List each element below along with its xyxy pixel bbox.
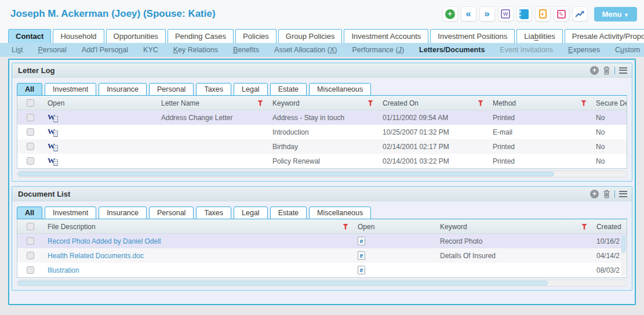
file-description-link[interactable]: Illustration (48, 263, 79, 277)
row-checkbox[interactable] (27, 252, 34, 259)
document-list-hscrollbar[interactable] (17, 280, 627, 287)
document-list-filter-tab-taxes[interactable]: Taxes (196, 207, 231, 219)
html-doc-icon[interactable]: e (358, 266, 365, 274)
main-tab-pending-cases[interactable]: Pending Cases (168, 29, 234, 43)
word-doc-icon[interactable]: W (48, 142, 58, 151)
document-row[interactable]: Health Related Documents.doceDetails Of … (17, 248, 627, 263)
document-list-filter-tab-all[interactable]: All (17, 207, 42, 219)
next-button[interactable]: » (479, 6, 495, 21)
letter-log-hscroll-thumb[interactable] (18, 172, 554, 176)
document-list-vscrollbar[interactable] (621, 235, 626, 276)
compose-button[interactable]: ✎ (554, 6, 569, 21)
main-tab-contact[interactable]: Contact (8, 29, 51, 43)
letter-row[interactable]: WIntroduction10/25/2007 01:32 PME-mailNo (17, 125, 627, 139)
letter-log-filter-tab-taxes[interactable]: Taxes (196, 83, 231, 96)
delete-document-icon[interactable] (603, 190, 610, 198)
row-checkbox[interactable] (27, 143, 34, 150)
subnav-item-event-invitations[interactable]: Event Invitations (500, 46, 553, 54)
add-letter-icon[interactable]: + (590, 66, 599, 75)
document-list-col-created: Created (592, 219, 627, 234)
main-tab-presale-activity-proposals[interactable]: Presale Activity/Proposals (565, 29, 644, 43)
row-checkbox[interactable] (27, 128, 34, 136)
document-list-filter-tab-miscellaneous[interactable]: Miscellaneous (309, 207, 371, 219)
subnav-item--e-xpenses[interactable]: Expenses (568, 46, 600, 54)
document-list-col-keyword: Keyword (435, 219, 592, 234)
open-cell: W (43, 110, 157, 125)
letter-row[interactable]: WPolicy Renewal02/14/2001 03:22 PMPrinte… (17, 154, 627, 168)
letter-row[interactable]: WBirthday02/14/2001 02:17 PMPrintedNo (17, 139, 627, 154)
document-list-hscroll-thumb[interactable] (18, 281, 548, 285)
letter-log-filter-tab-all[interactable]: All (17, 83, 42, 96)
document-list-filter-tab-legal[interactable]: Legal (234, 207, 268, 219)
subnav-item-add-l-perso-n-al[interactable]: Add'l Personal (82, 46, 128, 54)
filter-icon[interactable] (581, 100, 587, 106)
subnav-item--b-enefits[interactable]: Benefits (233, 46, 259, 54)
file-description-link[interactable]: Record Photo Added by Daniel Odell (48, 234, 161, 248)
file-description-link[interactable]: Health Related Documents.doc (48, 249, 144, 263)
word-letter-button[interactable]: W (498, 6, 514, 21)
add-button[interactable]: + (442, 6, 458, 21)
subnav-item-letters-documents[interactable]: Letters/Documents (419, 46, 485, 54)
html-doc-icon[interactable]: e (358, 237, 365, 245)
letter-log-filter-tab-miscellaneous[interactable]: Miscellaneous (309, 83, 371, 96)
subnav-item--k-ey-relations[interactable]: Key Relations (173, 46, 218, 54)
document-list-filter-tab-estate[interactable]: Estate (270, 207, 307, 219)
method-cell: Printed (488, 154, 591, 168)
letter-log-filter-tab-personal[interactable]: Personal (149, 83, 194, 96)
main-tab-policies[interactable]: Policies (235, 29, 276, 43)
subnav-item--p-ersonal[interactable]: Personal (38, 46, 66, 54)
main-tab-lia-b-ilities[interactable]: Liabilities (516, 29, 563, 43)
document-row[interactable]: Illustratione08/03/2 (17, 263, 627, 277)
row-checkbox[interactable] (27, 114, 34, 121)
main-tab-opportunities[interactable]: Opportunities (106, 29, 166, 43)
filter-icon[interactable] (478, 100, 483, 106)
content-panel: Letter Log + AllInvestmentInsurancePerso… (8, 59, 636, 305)
document-list-filter-tab-personal[interactable]: Personal (149, 207, 194, 219)
filter-icon[interactable] (343, 224, 348, 230)
word-doc-icon[interactable]: W (48, 157, 58, 166)
file-description-cell: Health Related Documents.doc (43, 248, 353, 263)
letter-log-filter-tab-investment[interactable]: Investment (45, 83, 96, 96)
row-checkbox[interactable] (27, 157, 34, 165)
document-list-menu-icon[interactable] (619, 191, 627, 197)
filter-icon[interactable] (581, 224, 587, 230)
subnav-item-c-u-stom[interactable]: Custom (615, 46, 640, 54)
html-doc-icon[interactable]: e (358, 251, 365, 260)
letter-log-filter-tab-legal[interactable]: Legal (234, 83, 268, 96)
document-list-filter-tab-insurance[interactable]: Insurance (99, 207, 147, 219)
main-tab-investment-accounts[interactable]: Investment Accounts (344, 29, 428, 43)
row-checkbox[interactable] (27, 266, 34, 274)
subnav-item-li-s-t[interactable]: List (12, 46, 23, 54)
document-list-filter-tab-investment[interactable]: Investment (45, 207, 96, 219)
letter-row[interactable]: WAddress Change LetterAddress - Stay in … (17, 110, 627, 125)
filter-icon[interactable] (368, 100, 373, 106)
filter-icon[interactable] (257, 100, 263, 106)
subnav-item-performance-j-[interactable]: Performance (J) (352, 46, 404, 54)
main-tab-group-policies[interactable]: Group Policies (278, 29, 343, 43)
document-list-header-row: File DescriptionOpenKeywordCreated (17, 219, 627, 234)
add-document-icon[interactable]: + (590, 190, 599, 198)
menu-button[interactable]: Menu ▼ (594, 7, 638, 21)
word-doc-icon[interactable]: W (48, 128, 58, 137)
subnav-item-kyc[interactable]: KYC (143, 46, 158, 54)
main-tab-household[interactable]: Household (53, 29, 104, 43)
subnav-item-asset-allocation-x-[interactable]: Asset Allocation (X) (274, 46, 337, 54)
letter-log-filter-tab-insurance[interactable]: Insurance (99, 83, 147, 96)
new-document-button[interactable]: + (535, 6, 551, 21)
word-doc-icon[interactable]: W (48, 113, 58, 122)
document-list-select-all-checkbox[interactable] (27, 223, 34, 230)
letter-log-filter-tab-estate[interactable]: Estate (270, 83, 307, 96)
letter-log-hscrollbar[interactable] (17, 171, 627, 178)
growth-chart-button[interactable] (572, 6, 588, 21)
main-tab-investment-positions[interactable]: Investment Positions (430, 29, 515, 43)
column-label: Created On (383, 96, 419, 110)
delete-letter-icon[interactable] (603, 66, 610, 75)
row-checkbox-cell (17, 125, 43, 139)
previous-button[interactable]: « (461, 6, 476, 21)
letter-log-select-all-checkbox[interactable] (27, 99, 34, 107)
notebook-button[interactable] (516, 6, 532, 21)
row-checkbox[interactable] (27, 237, 34, 245)
document-row[interactable]: Record Photo Added by Daniel OdelleRecor… (17, 234, 627, 248)
document-list-vscroll-thumb[interactable] (621, 236, 625, 253)
letter-list-menu-icon[interactable] (619, 67, 627, 74)
